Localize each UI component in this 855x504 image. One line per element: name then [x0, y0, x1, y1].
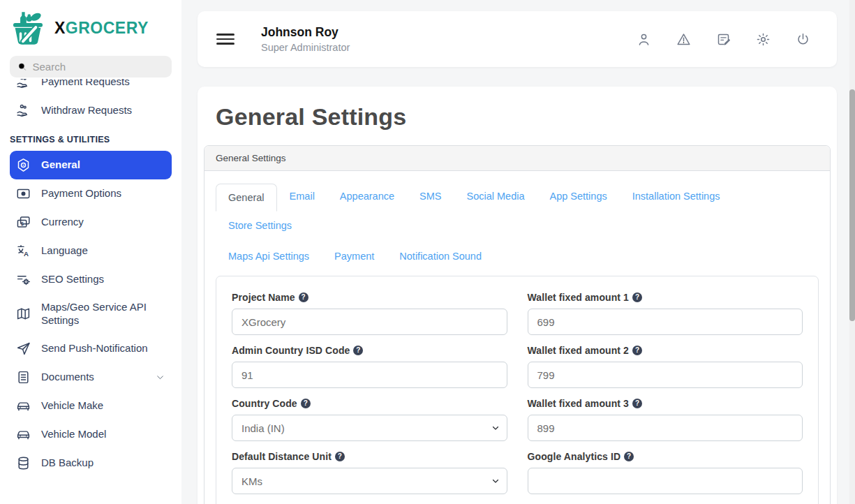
- list-gear-icon: [16, 272, 31, 287]
- note-edit-icon[interactable]: [711, 27, 736, 52]
- tab-installation-settings[interactable]: Installation Settings: [620, 182, 733, 210]
- tab-notification-sound[interactable]: Notification Sound: [387, 242, 494, 270]
- help-icon[interactable]: ?: [335, 452, 345, 461]
- sidebar-item-payment-options[interactable]: Payment Options: [10, 179, 172, 208]
- sidebar-menu: Payment Requests Withdraw Requests SETTI…: [0, 79, 181, 504]
- field-default-distance-unit: Default Distance Unit ? KMs: [232, 451, 507, 494]
- user-name: Johnson Roy: [261, 25, 350, 40]
- user-block[interactable]: Johnson Roy Super Administrator: [261, 25, 350, 53]
- sidebar-item-label: Maps/Geo Service API Settings: [41, 301, 156, 327]
- wallet-fixed-amount-2-input[interactable]: [528, 362, 803, 388]
- tab-store-settings[interactable]: Store Settings: [216, 212, 304, 239]
- sidebar-item-label: Vehicle Make: [41, 399, 103, 413]
- sidebar-item-label: Vehicle Model: [41, 428, 106, 441]
- sidebar-item-label: Send Push-Notification: [41, 342, 148, 355]
- sidebar-item-label: Payment Options: [41, 187, 121, 200]
- field-admin-country-isd-code: Admin Country ISD Code ?: [232, 345, 507, 388]
- field-label: Wallet fixed amount 1 ?: [528, 292, 803, 303]
- header-icons: [631, 27, 816, 52]
- sidebar: XGROCERY Payment Requests Withdraw Reque…: [0, 0, 181, 504]
- default-distance-unit-select[interactable]: KMs: [232, 468, 507, 494]
- field-google-analytics-id: Google Analytics ID ?: [528, 451, 803, 494]
- main-area: Johnson Roy Super Administrator General …: [181, 0, 855, 504]
- help-icon[interactable]: ?: [353, 346, 363, 355]
- tab-social-media[interactable]: Social Media: [454, 182, 537, 210]
- wallet-fixed-amount-3-input[interactable]: [528, 415, 803, 441]
- map-icon: [16, 306, 31, 321]
- help-icon[interactable]: ?: [624, 452, 634, 461]
- form-column-left: Project Name ? Admin Country ISD Code ?: [232, 292, 507, 504]
- sidebar-item-db-backup[interactable]: DB Backup: [10, 449, 172, 477]
- brand-logo[interactable]: XGROCERY: [0, 0, 181, 54]
- cash-icon: [16, 186, 31, 201]
- sidebar-item-documents[interactable]: Documents: [10, 363, 172, 392]
- tab-maps-api-settings[interactable]: Maps Api Settings: [216, 242, 322, 270]
- help-icon[interactable]: ?: [632, 346, 642, 355]
- sidebar-item-general[interactable]: General: [10, 151, 172, 179]
- field-wallet-fixed-amount-3: Wallet fixed amount 3 ?: [528, 398, 803, 441]
- wallet-fixed-amount-1-input[interactable]: [528, 309, 803, 335]
- sidebar-search[interactable]: [10, 56, 172, 77]
- hand-person-icon: [16, 103, 31, 118]
- field-label: Google Analytics ID ?: [528, 451, 803, 462]
- page-scrollbar[interactable]: [849, 0, 855, 504]
- admin-country-isd-code-input[interactable]: [232, 362, 507, 388]
- sidebar-item-vehicle-make[interactable]: Vehicle Make: [10, 392, 172, 420]
- gear-icon[interactable]: [750, 27, 776, 52]
- field-label: Project Name ?: [232, 292, 507, 303]
- chevron-down-icon: [156, 373, 165, 382]
- search-input[interactable]: [32, 61, 164, 73]
- sidebar-section-settings-utilities: SETTINGS & UTILITIES: [0, 125, 181, 151]
- sidebar-item-vehicle-model[interactable]: Vehicle Model: [10, 420, 172, 449]
- sidebar-item-seo-settings[interactable]: SEO Settings: [10, 265, 172, 294]
- tab-sms[interactable]: SMS: [407, 182, 454, 210]
- car-icon: [16, 399, 31, 413]
- hexagon-gear-icon: [16, 158, 31, 172]
- settings-card-body: General Email Appearance SMS Social Medi…: [205, 171, 830, 504]
- brand-text: XGROCERY: [54, 19, 149, 38]
- help-icon[interactable]: ?: [632, 292, 642, 302]
- grocery-basket-icon: [8, 8, 47, 47]
- help-icon[interactable]: ?: [299, 292, 308, 302]
- sidebar-item-currency[interactable]: Currency: [10, 208, 172, 237]
- field-project-name: Project Name ?: [232, 292, 507, 335]
- power-icon[interactable]: [790, 27, 816, 52]
- hamburger-menu-icon[interactable]: [216, 34, 235, 45]
- help-icon[interactable]: ?: [301, 399, 311, 408]
- sidebar-item-send-push-notification[interactable]: Send Push-Notification: [10, 334, 172, 363]
- user-role: Super Administrator: [261, 42, 350, 53]
- content-card: General Settings General Settings Genera…: [198, 87, 837, 504]
- sidebar-item-label: Documents: [41, 371, 145, 384]
- sidebar-item-label: Currency: [41, 216, 84, 229]
- scrollbar-thumb[interactable]: [849, 89, 855, 321]
- alert-triangle-icon[interactable]: [671, 27, 697, 52]
- app-root: XGROCERY Payment Requests Withdraw Reque…: [0, 0, 855, 504]
- tab-general[interactable]: General: [216, 184, 277, 212]
- banknotes-icon: [16, 215, 31, 230]
- country-code-select[interactable]: India (IN): [232, 415, 507, 441]
- sidebar-item-withdraw-requests[interactable]: Withdraw Requests: [10, 96, 172, 125]
- tab-payment[interactable]: Payment: [322, 242, 387, 270]
- settings-card-header: General Settings: [205, 146, 830, 171]
- field-label: Country Code ?: [232, 398, 507, 409]
- car-icon: [16, 427, 31, 442]
- tab-appearance[interactable]: Appearance: [327, 182, 407, 210]
- field-label: Admin Country ISD Code ?: [232, 345, 507, 356]
- google-analytics-id-input[interactable]: [528, 468, 803, 494]
- sidebar-item-label: Payment Requests: [41, 79, 130, 89]
- help-icon[interactable]: ?: [632, 399, 642, 408]
- search-icon: [17, 61, 27, 72]
- hand-coins-icon: [16, 79, 31, 89]
- database-icon: [16, 456, 31, 470]
- project-name-input[interactable]: [232, 309, 507, 335]
- user-icon[interactable]: [631, 27, 657, 52]
- sidebar-item-payment-requests[interactable]: Payment Requests: [10, 79, 172, 96]
- tab-app-settings[interactable]: App Settings: [537, 182, 620, 210]
- field-wallet-fixed-amount-1: Wallet fixed amount 1 ?: [528, 292, 803, 335]
- tab-email[interactable]: Email: [277, 182, 327, 210]
- sidebar-item-language[interactable]: Language: [10, 237, 172, 265]
- field-country-code: Country Code ? India (IN): [232, 398, 507, 441]
- sidebar-item-label: Withdraw Requests: [41, 104, 132, 117]
- sidebar-item-maps-geo-api-settings[interactable]: Maps/Geo Service API Settings: [10, 294, 172, 334]
- settings-card: General Settings General Email Appearanc…: [204, 145, 831, 504]
